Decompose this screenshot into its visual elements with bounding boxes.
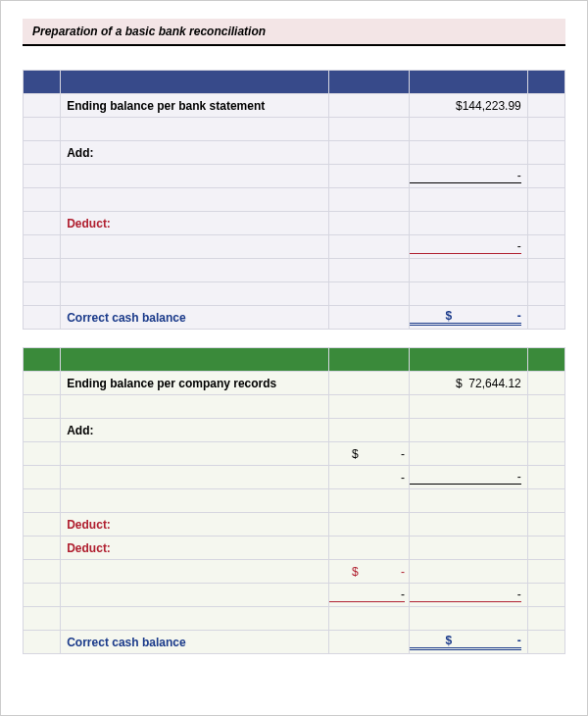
company-add-c3b: - <box>329 471 405 485</box>
table-row: Correct cash balance$ - <box>24 306 565 330</box>
company-add-c3a: $ - <box>329 447 405 461</box>
table-row: - <box>24 165 565 188</box>
bank-add-value: - <box>410 169 521 183</box>
table-row: Deduct: <box>24 537 565 560</box>
table-row: -- <box>24 584 565 607</box>
table-row: Ending balance per company records$ 72,6… <box>24 372 565 395</box>
bank-header-bar <box>24 71 565 94</box>
bank-table: Ending balance per bank statement$144,22… <box>23 70 565 330</box>
company-table: Ending balance per company records$ 72,6… <box>23 347 565 654</box>
bank-ending-value: $144,223.99 <box>410 94 528 118</box>
bank-correct-value: $ - <box>410 309 521 326</box>
company-deduct1-label: Deduct: <box>61 513 328 537</box>
table-row <box>24 489 565 513</box>
company-ending-label: Ending balance per company records <box>61 372 328 395</box>
company-ded-c4: - <box>410 588 521 602</box>
table-row: $ - <box>24 560 565 584</box>
company-add-label: Add: <box>61 419 328 442</box>
table-row: Add: <box>24 141 565 165</box>
table-row: Add: <box>24 419 565 442</box>
company-ending-value: $ 72,644.12 <box>410 372 528 395</box>
table-row: Ending balance per bank statement$144,22… <box>24 94 565 118</box>
table-row <box>24 188 565 212</box>
table-row <box>24 282 565 306</box>
bank-add-label: Add: <box>61 141 328 165</box>
table-row: $ - <box>24 442 565 466</box>
company-correct-label: Correct cash balance <box>61 631 328 654</box>
company-header-bar <box>24 348 565 372</box>
table-row <box>24 118 565 141</box>
table-row <box>24 607 565 631</box>
page-title: Preparation of a basic bank reconciliati… <box>23 19 565 46</box>
company-deduct2-label: Deduct: <box>61 537 328 560</box>
table-row <box>24 259 565 282</box>
table-row: Deduct: <box>24 513 565 537</box>
company-ded-c3b: - <box>329 588 405 602</box>
table-row: Deduct: <box>24 212 565 235</box>
company-ded-c3a: $ - <box>329 565 405 579</box>
table-row: Correct cash balance$ - <box>24 631 565 654</box>
table-row <box>24 395 565 419</box>
bank-deduct-label: Deduct: <box>61 212 328 235</box>
bank-correct-label: Correct cash balance <box>61 306 328 330</box>
table-row: -- <box>24 466 565 489</box>
bank-deduct-value: - <box>410 239 521 254</box>
company-correct-value: $ - <box>410 634 521 650</box>
table-row: - <box>24 235 565 259</box>
bank-ending-label: Ending balance per bank statement <box>61 94 328 118</box>
company-add-c4: - <box>410 470 521 485</box>
